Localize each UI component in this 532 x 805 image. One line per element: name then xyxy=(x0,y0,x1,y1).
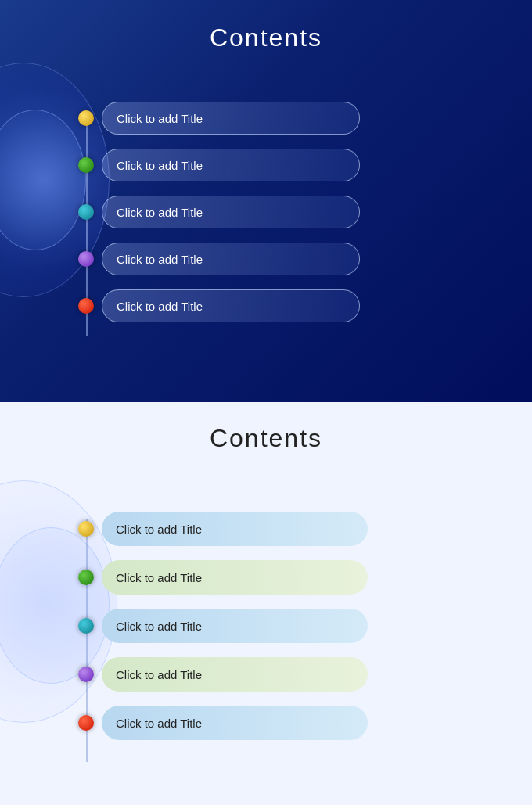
dot-icon xyxy=(78,570,94,585)
title-pill[interactable]: Click to add Title xyxy=(102,657,368,692)
top-item-row[interactable]: Click to add Title xyxy=(78,289,360,322)
title-pill[interactable]: Click to add Title xyxy=(102,560,368,595)
title-pill[interactable]: Click to add Title xyxy=(102,609,368,643)
bottom-item-row[interactable]: Click to add Title xyxy=(78,657,368,692)
dot-icon xyxy=(78,298,94,314)
title-pill[interactable]: Click to add Title xyxy=(102,149,360,181)
title-pill[interactable]: Click to add Title xyxy=(102,196,360,228)
bottom-items-container: Click to add TitleClick to add TitleClic… xyxy=(78,512,368,740)
top-panel: Contents Click to add TitleClick to add … xyxy=(0,0,532,402)
dot-icon xyxy=(78,618,94,634)
bottom-item-row[interactable]: Click to add Title xyxy=(78,706,368,740)
dot-icon xyxy=(78,521,94,537)
title-pill[interactable]: Click to add Title xyxy=(102,243,360,275)
bottom-item-row[interactable]: Click to add Title xyxy=(78,512,368,546)
title-pill[interactable]: Click to add Title xyxy=(102,706,368,740)
top-title: Contents xyxy=(0,0,532,52)
bottom-item-row[interactable]: Click to add Title xyxy=(78,560,368,595)
dot-icon xyxy=(78,715,94,731)
dot-icon xyxy=(78,204,94,220)
top-items-container: Click to add TitleClick to add TitleClic… xyxy=(78,102,360,322)
top-item-row[interactable]: Click to add Title xyxy=(78,196,360,228)
dot-icon xyxy=(78,667,94,682)
bottom-item-row[interactable]: Click to add Title xyxy=(78,609,368,643)
top-item-row[interactable]: Click to add Title xyxy=(78,149,360,181)
dot-icon xyxy=(78,251,94,267)
bottom-title: Contents xyxy=(0,402,532,453)
top-item-row[interactable]: Click to add Title xyxy=(78,243,360,275)
title-pill[interactable]: Click to add Title xyxy=(102,102,360,135)
title-pill[interactable]: Click to add Title xyxy=(102,512,368,546)
dot-icon xyxy=(78,110,94,126)
top-item-row[interactable]: Click to add Title xyxy=(78,102,360,135)
dot-icon xyxy=(78,157,94,173)
bottom-panel: Contents Click to add TitleClick to add … xyxy=(0,402,532,805)
title-pill[interactable]: Click to add Title xyxy=(102,289,360,322)
